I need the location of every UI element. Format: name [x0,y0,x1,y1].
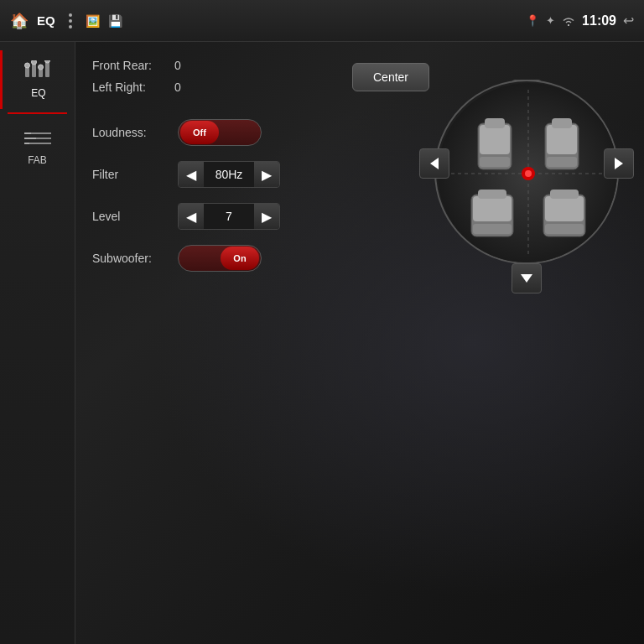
eq-label: EQ [37,13,55,28]
svg-point-6 [39,65,44,70]
bluetooth-icon: ✦ [546,14,555,27]
sidebar-item-fab[interactable]: FAB [0,117,75,176]
svg-rect-34 [545,224,584,234]
filter-value: 80Hz [204,162,254,187]
svg-rect-23 [547,125,577,154]
car-seats-svg [436,81,619,264]
status-bar: 🏠 EQ 🖼️ 💾 📍 ✦ 11:09 ↩ [0,0,644,42]
filter-label: Filter [92,168,168,181]
loudness-toggle-thumb: Off [180,121,219,144]
svg-point-5 [32,60,37,65]
svg-rect-12 [24,138,36,139]
eq-sidebar-label: EQ [31,87,45,99]
svg-rect-0 [25,67,29,77]
image-icon[interactable]: 🖼️ [86,14,100,28]
main-layout: EQ FAB Front Rear: 0 [0,42,644,644]
fab-icon [23,127,53,151]
dots-menu[interactable] [64,13,77,29]
svg-point-27 [525,170,532,177]
time-display: 11:09 [582,13,616,29]
svg-rect-1 [32,64,36,77]
level-value: 7 [204,204,254,229]
car-diagram [434,80,619,264]
status-bar-right: 📍 ✦ 11:09 ↩ [526,13,634,29]
level-decrease-button[interactable]: ◀ [179,204,204,229]
front-rear-label: Front Rear: [92,59,168,72]
loudness-toggle[interactable]: Off [178,119,262,146]
subwoofer-toggle[interactable]: On [178,245,262,272]
svg-rect-35 [550,190,579,199]
loudness-label: Loudness: [92,126,168,139]
nav-right-button[interactable] [604,148,634,179]
left-right-value: 0 [174,80,181,94]
left-right-label: Left Right: [92,80,168,94]
nav-down-button[interactable] [512,263,542,293]
svg-rect-20 [480,157,510,167]
eq-bars-icon [23,60,54,84]
sdcard-icon[interactable]: 💾 [108,14,122,28]
svg-marker-37 [430,158,439,169]
filter-increase-button[interactable]: ▶ [254,162,279,187]
wifi-icon [562,16,575,26]
svg-marker-36 [521,274,532,283]
filter-decrease-button[interactable]: ◀ [179,162,204,187]
svg-rect-31 [478,190,506,199]
car-diagram-wrap [434,55,619,289]
sidebar: EQ FAB [0,42,75,644]
back-icon[interactable]: ↩ [623,13,634,29]
svg-rect-13 [24,143,29,144]
svg-marker-38 [615,158,623,169]
subwoofer-label: Subwoofer: [92,252,168,265]
svg-rect-33 [545,196,584,221]
svg-rect-25 [552,118,572,128]
sidebar-item-eq[interactable]: EQ [0,50,75,109]
svg-point-4 [25,63,30,68]
content-inner: Front Rear: 0 Left Right: 0 Center [75,42,644,288]
nav-left-button[interactable] [419,148,449,179]
svg-rect-24 [547,157,577,167]
svg-rect-19 [480,125,510,154]
fab-sidebar-label: FAB [28,154,47,166]
svg-rect-11 [24,132,31,134]
level-label: Level [92,210,168,223]
svg-point-7 [45,60,50,63]
center-button[interactable]: Center [352,63,429,91]
svg-rect-21 [485,118,505,128]
svg-rect-29 [473,196,512,221]
subwoofer-toggle-thumb: On [221,247,259,270]
status-bar-left: 🏠 EQ 🖼️ 💾 [10,12,526,30]
home-icon[interactable]: 🏠 [10,12,29,30]
front-rear-value: 0 [174,59,181,72]
level-stepper: ◀ 7 ▶ [178,203,280,230]
filter-stepper: ◀ 80Hz ▶ [178,161,280,188]
content-area: Front Rear: 0 Left Right: 0 Center [75,42,644,644]
level-increase-button[interactable]: ▶ [254,204,279,229]
location-icon: 📍 [526,14,539,27]
svg-rect-30 [473,224,512,234]
svg-rect-3 [45,62,49,77]
